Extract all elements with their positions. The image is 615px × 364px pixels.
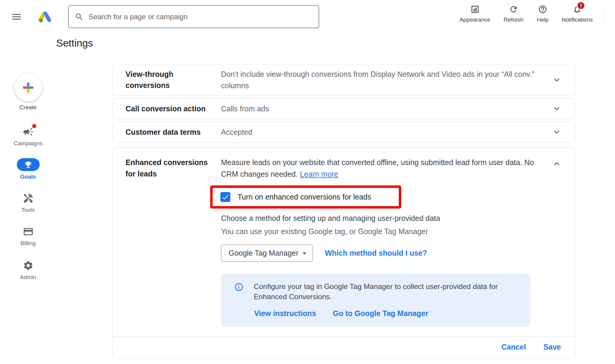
- sidebar-item-label: Goals: [20, 173, 36, 180]
- sidebar-item-label: Create: [20, 104, 37, 111]
- row-label: View-through conversions: [126, 69, 210, 91]
- row-value: Accepted: [221, 126, 551, 138]
- dropdown-arrow-icon: [300, 249, 309, 258]
- search-input[interactable]: [89, 13, 313, 21]
- settings-list: View-through conversions Don't include v…: [113, 64, 575, 359]
- method-heading: Choose a method for setting up and manag…: [221, 213, 551, 224]
- tools-icon: [23, 192, 34, 204]
- search-icon: [75, 12, 84, 21]
- method-dropdown-value: Google Tag Manager: [229, 249, 300, 257]
- info-icon: [234, 282, 244, 292]
- info-text: Configure your tag in Google Tag Manager…: [254, 281, 518, 302]
- refresh-icon: [509, 4, 518, 14]
- row-call-conversion-action[interactable]: Call conversion action Calls from ads: [113, 98, 575, 119]
- notifications-button[interactable]: ! Notifications: [555, 4, 600, 23]
- campaigns-icon: [23, 126, 34, 138]
- row-value: Calls from ads: [221, 103, 551, 114]
- enhanced-conversions-checkbox[interactable]: [220, 192, 230, 202]
- chevron-down-icon[interactable]: [551, 103, 562, 114]
- sidebar-item-admin[interactable]: Admin: [0, 260, 56, 281]
- which-method-link[interactable]: Which method should I use?: [325, 249, 427, 257]
- top-bar: Appearance Refresh Help ! Notifications: [0, 0, 615, 33]
- sidebar-item-billing[interactable]: Billing: [0, 226, 56, 247]
- method-dropdown[interactable]: Google Tag Manager: [221, 245, 313, 262]
- colorful-plus-icon: [22, 81, 35, 94]
- chevron-up-icon[interactable]: [551, 158, 562, 327]
- description-text: Measure leads on your website that conve…: [221, 158, 534, 178]
- save-button[interactable]: Save: [544, 343, 561, 351]
- notifications-badge: !: [577, 1, 585, 10]
- row-customer-data-terms[interactable]: Customer data terms Accepted: [113, 122, 575, 143]
- refresh-label: Refresh: [504, 17, 524, 23]
- appearance-label: Appearance: [459, 17, 490, 23]
- row-label: Call conversion action: [126, 103, 210, 114]
- chevron-down-icon[interactable]: [551, 74, 562, 85]
- sidebar-item-label: Billing: [20, 240, 36, 247]
- sidebar-item-campaigns[interactable]: Campaigns: [0, 126, 56, 147]
- row-label: Enhanced conversions for leads: [126, 157, 210, 327]
- row-view-through-conversions[interactable]: View-through conversions Don't include v…: [113, 64, 575, 96]
- topbar-actions: Appearance Refresh Help ! Notifications: [453, 4, 599, 23]
- sidebar-item-label: Tools: [21, 207, 35, 213]
- cancel-button[interactable]: Cancel: [501, 343, 526, 351]
- notifications-icon: !: [573, 4, 582, 14]
- menu-icon[interactable]: [11, 11, 22, 23]
- refresh-button[interactable]: Refresh: [497, 4, 530, 23]
- sidebar-nav: Create Campaigns Goals Tools Billing Adm…: [0, 33, 56, 364]
- billing-card-icon: [23, 226, 34, 238]
- view-instructions-link[interactable]: View instructions: [254, 309, 316, 318]
- card-footer: Cancel Save: [113, 336, 575, 359]
- sidebar-item-label: Admin: [20, 274, 36, 281]
- page-title: Settings: [56, 37, 93, 49]
- goals-active-pill: [17, 158, 40, 171]
- topbar-divider: [603, 7, 604, 25]
- highlight-red-box: Turn on enhanced conversions for leads: [210, 185, 401, 209]
- checkbox-label: Turn on enhanced conversions for leads: [238, 193, 371, 201]
- admin-gear-icon: [23, 260, 34, 272]
- help-button[interactable]: Help: [530, 4, 555, 23]
- chevron-down-icon[interactable]: [551, 127, 562, 137]
- appearance-icon: [471, 4, 480, 14]
- row-value: Don't include view-through conversions f…: [221, 68, 551, 91]
- search-bar[interactable]: [68, 5, 319, 28]
- go-to-gtm-link[interactable]: Go to Google Tag Manager: [333, 309, 429, 318]
- method-subtext: You can use your existing Google tag, or…: [221, 226, 551, 237]
- create-button[interactable]: [14, 74, 42, 102]
- help-label: Help: [537, 17, 548, 23]
- row-label: Customer data terms: [126, 127, 210, 138]
- row-enhanced-conversions-for-leads: Enhanced conversions for leads Measure l…: [113, 147, 575, 359]
- enhanced-description: Measure leads on your website that conve…: [221, 157, 551, 180]
- sidebar-item-tools[interactable]: Tools: [0, 192, 56, 213]
- learn-more-link[interactable]: Learn more: [300, 170, 338, 178]
- google-ads-logo-icon[interactable]: [38, 10, 52, 23]
- gtm-info-box: Configure your tag in Google Tag Manager…: [221, 274, 530, 327]
- appearance-button[interactable]: Appearance: [453, 4, 497, 23]
- notifications-label: Notifications: [562, 17, 593, 23]
- trophy-icon: [24, 161, 32, 169]
- checkmark-icon: [221, 193, 229, 201]
- help-icon: [538, 4, 547, 14]
- campaigns-alert-dot: [32, 124, 36, 128]
- sidebar-item-goals[interactable]: Goals: [0, 158, 56, 180]
- sidebar-item-label: Campaigns: [14, 140, 42, 147]
- sidebar-item-create[interactable]: Create: [0, 74, 56, 111]
